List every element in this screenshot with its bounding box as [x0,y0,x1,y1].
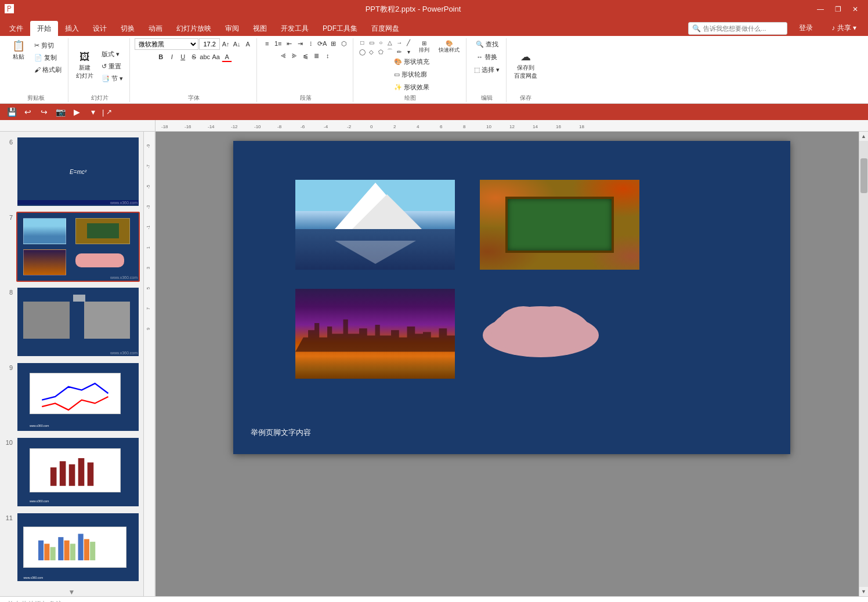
tab-review[interactable]: 审阅 [218,21,246,36]
tab-home[interactable]: 开始 [30,21,58,36]
justify-button[interactable]: ≣ [312,50,322,61]
slide-item-11[interactable]: 11 [2,511,141,584]
slide-item-8[interactable]: 8 www.x360.com [2,285,141,358]
paste-button[interactable]: 📋 粘贴 [7,38,30,63]
present-button[interactable]: ▶ [70,106,84,118]
copy-button[interactable]: 📄 复制 [31,52,64,63]
slide-thumb-8[interactable]: www.x360.com [16,287,140,357]
increase-indent-button[interactable]: ⇥ [295,38,305,49]
shape-triangle[interactable]: △ [386,38,394,46]
slide-panel[interactable]: 6 E=mc² www.x360.com 7 [0,132,144,596]
tab-design[interactable]: 设计 [86,21,114,36]
tab-file[interactable]: 文件 [2,21,30,36]
align-left-button[interactable]: ⫷ [279,50,289,61]
minimize-button[interactable]: — [812,3,829,16]
shape-rect[interactable]: □ [358,38,366,46]
slide-panel-scroll-down[interactable]: ▼ [2,588,141,596]
tab-view[interactable]: 视图 [246,21,274,36]
slide-thumb-7[interactable]: www.x360.com [16,212,140,282]
font-size-up-button[interactable]: A↑ [220,39,231,49]
font-size-down-button[interactable]: A↓ [232,39,242,49]
bold-button[interactable]: B [155,52,166,62]
tab-baidu[interactable]: 百度网盘 [364,21,406,36]
quick-styles-button[interactable]: 🎨 快速样式 [436,38,462,56]
shape-arrow[interactable]: → [395,38,403,46]
mountain-image[interactable] [295,180,455,270]
search-input[interactable] [703,25,783,32]
slide-item-10[interactable]: 10 www.x360.com [2,436,141,509]
bullets-button[interactable]: ≡ [262,38,272,49]
undo-button[interactable]: ↩ [21,106,35,118]
save-to-baidu-button[interactable]: ☁ 保存到 百度网盘 [511,49,540,82]
cut-button[interactable]: ✂ 剪切 [31,39,64,51]
slide-thumb-9[interactable]: www.x360.com [16,362,140,433]
underline-button[interactable]: U [178,52,188,62]
tab-slideshow[interactable]: 幻灯片放映 [169,21,218,36]
decrease-indent-button[interactable]: ⇤ [284,38,294,49]
qa-arrow[interactable]: ▾ [86,106,100,118]
line-spacing-button[interactable]: ↕ [323,50,333,61]
change-case-button[interactable]: Aa [211,52,221,62]
shape-effects-button[interactable]: ✨ 形状效果 [391,81,432,93]
notes-bar[interactable]: 单击此处添加备注 [0,596,868,602]
replace-button[interactable]: ↔ 替换 [473,51,500,63]
shape-pentagon[interactable]: ⬠ [377,48,385,56]
shape-line[interactable]: ╱ [404,38,413,46]
cloud-shape[interactable] [480,300,602,358]
numbering-button[interactable]: 1≡ [273,38,283,49]
find-button[interactable]: 🔍 查找 [473,38,501,50]
italic-button[interactable]: I [167,52,177,62]
restore-button[interactable]: ❐ [830,3,846,16]
shape-curved[interactable]: ⌒ [386,48,394,56]
save-button[interactable]: 💾 [5,106,19,118]
strikethrough-button[interactable]: S [189,52,199,62]
align-text-button[interactable]: ⊞ [328,38,338,49]
shape-rect2[interactable]: ▭ [367,38,375,46]
arrange-button[interactable]: ⊞ 排列 [415,38,433,56]
login-button[interactable]: 登录 [792,21,820,35]
slide-thumb-6[interactable]: E=mc² www.x360.com [16,136,140,207]
shape-diamond[interactable]: ◇ [367,48,375,56]
layout-button[interactable]: 版式 ▾ [99,48,126,60]
reset-button[interactable]: ↺ 重置 [99,60,126,72]
shape-circle[interactable]: ○ [377,38,385,46]
format-paint-button[interactable]: 🖌 格式刷 [31,64,64,75]
columns-button[interactable]: ⫶ [306,38,316,49]
tab-animations[interactable]: 动画 [142,21,169,36]
font-color-button[interactable]: A [222,52,232,62]
shadow-button[interactable]: abc [200,52,210,62]
close-button[interactable]: ✕ [847,3,863,16]
slide-item-7[interactable]: 7 www.x360.com [2,211,141,284]
shape-more[interactable]: ▾ [404,48,413,56]
slide-thumb-10[interactable]: www.x360.com [16,437,140,507]
tab-pdf[interactable]: PDF工具集 [316,21,364,36]
tab-insert[interactable]: 插入 [58,21,86,36]
scroll-thumb[interactable] [860,158,867,193]
shape-circle2[interactable]: ◯ [358,48,366,56]
slide-item-6[interactable]: 6 E=mc² www.x360.com [2,135,141,208]
align-right-button[interactable]: ⫹ [301,50,311,61]
section-button[interactable]: 📑 节 ▾ [99,72,126,84]
shape-outline-button[interactable]: ▭ 形状轮廓 [391,68,432,80]
slide-thumb-11[interactable]: www.x360.com [16,512,140,583]
font-name-select[interactable]: 微软雅黑 [135,38,198,50]
city-image[interactable] [295,289,455,379]
tab-transitions[interactable]: 切换 [114,21,142,36]
blackboard-image[interactable] [480,180,639,270]
select-button[interactable]: ⬚ 选择 ▾ [471,64,502,75]
shape-fill-button[interactable]: 🎨 形状填充 [391,56,432,67]
convert-smartart-button[interactable]: ⬡ [339,38,349,49]
clear-format-button[interactable]: A [243,39,253,49]
tab-developer[interactable]: 开发工具 [274,21,316,36]
screenshot-button[interactable]: 📷 [53,106,67,118]
ribbon-search[interactable]: 🔍 [688,22,787,35]
slide-item-9[interactable]: 9 www.x360.com [2,361,141,434]
slide-canvas[interactable]: 举例页脚文字内容 [233,141,790,454]
scroll-track[interactable] [859,141,868,587]
shape-freeform[interactable]: ✏ [395,48,403,56]
new-slide-button[interactable]: 🖼 新建 幻灯片 [73,49,96,82]
scroll-down-arrow[interactable]: ▼ [859,587,869,596]
share-button[interactable]: ♪ 共享 ▾ [824,21,863,35]
scroll-up-arrow[interactable]: ▲ [859,132,869,141]
canvas-area[interactable]: ▲ ▼ [155,132,868,596]
